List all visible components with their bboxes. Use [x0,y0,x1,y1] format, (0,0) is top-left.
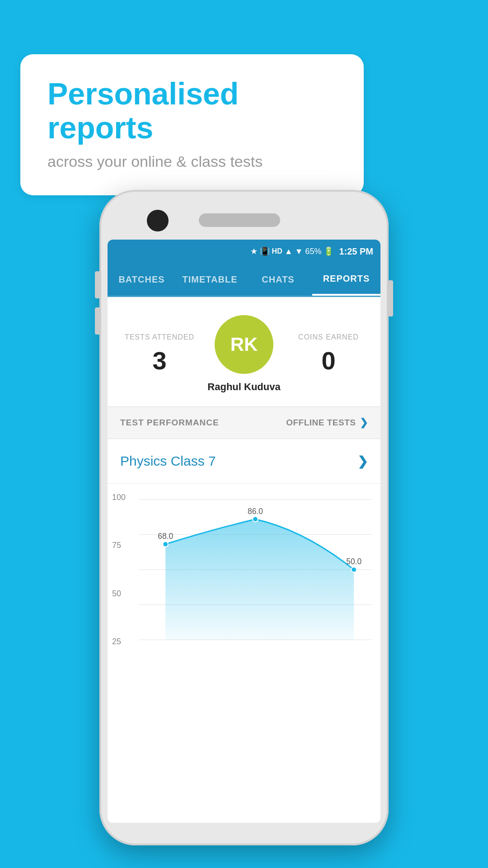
phone-speaker [199,213,280,227]
y-label-50: 50 [112,589,126,599]
svg-text:50.0: 50.0 [346,557,361,566]
svg-point-6 [253,517,258,522]
coins-earned-block: COINS EARNED 0 [290,333,367,375]
coins-earned-value: 0 [290,346,367,375]
phone-camera [147,210,169,231]
chevron-down-icon: ❯ [360,417,368,429]
performance-label: TEST PERFORMANCE [120,418,219,428]
class-name: Physics Class 7 [120,453,216,469]
performance-header: TEST PERFORMANCE OFFLINE TESTS ❯ [108,407,380,439]
status-bar-time: 1:25 PM [339,246,373,257]
status-bar: ★ 📳 HD ▲ ▼ 65% 🔋 1:25 PM [108,240,380,263]
battery-percent: 65% [305,247,321,256]
speech-bubble: Personalised reports across your online … [20,54,364,195]
tab-batches[interactable]: BATCHES [108,263,176,296]
avatar-name: Raghul Kuduva [207,381,280,393]
offline-tests-label: OFFLINE TESTS [286,418,356,428]
chart-area: 68.0 86.0 50.0 [139,493,371,646]
svg-point-7 [351,567,357,572]
tab-reports[interactable]: REPORTS [312,263,380,296]
chart-container: 100 75 50 25 [108,484,380,656]
svg-text:86.0: 86.0 [248,507,263,516]
phone-body: ★ 📳 HD ▲ ▼ 65% 🔋 1:25 PM BATCHES TIMETAB… [99,190,389,845]
phone-device: ★ 📳 HD ▲ ▼ 65% 🔋 1:25 PM BATCHES TIMETAB… [99,190,389,845]
avatar: RK [215,315,273,374]
phone-volume-up-button [95,271,100,298]
nav-tabs: BATCHES TIMETABLE CHATS REPORTS [108,263,380,297]
tests-attended-label: TESTS ATTENDED [121,333,198,341]
phone-screen: ★ 📳 HD ▲ ▼ 65% 🔋 1:25 PM BATCHES TIMETAB… [108,240,380,823]
y-label-75: 75 [112,541,126,550]
signal-icon: ▼ [295,247,303,256]
chart-svg: 68.0 86.0 50.0 [139,493,371,646]
coins-earned-label: COINS EARNED [290,333,367,341]
phone-power-button [388,280,393,316]
bluetooth-icon: ★ [250,246,258,256]
arrow-right-icon: ❯ [357,454,368,469]
svg-point-5 [163,542,168,547]
svg-text:68.0: 68.0 [158,532,173,541]
chart-y-labels: 100 75 50 25 [112,493,126,646]
bubble-subtitle: across your online & class tests [47,153,337,170]
class-row[interactable]: Physics Class 7 ❯ [108,439,380,484]
avatar-block: RK Raghul Kuduva [198,315,290,393]
tab-timetable[interactable]: TIMETABLE [176,263,244,296]
status-bar-icons: ★ 📳 HD ▲ ▼ 65% 🔋 [250,246,334,256]
y-label-25: 25 [112,637,126,646]
avatar-initials: RK [230,334,258,355]
offline-tests-dropdown[interactable]: OFFLINE TESTS ❯ [286,417,368,429]
y-label-100: 100 [112,493,126,502]
battery-icon: 🔋 [324,246,333,256]
tests-attended-block: TESTS ATTENDED 3 [121,333,198,375]
hd-icon: HD [272,247,282,255]
tab-chats[interactable]: CHATS [244,263,312,296]
phone-volume-down-button [95,307,100,335]
tests-attended-value: 3 [121,346,198,375]
wifi-icon: ▲ [285,247,293,256]
vibrate-icon: 📳 [260,246,270,256]
profile-section: TESTS ATTENDED 3 RK Raghul Kuduva COINS … [108,297,380,407]
bubble-title: Personalised reports [47,77,337,145]
